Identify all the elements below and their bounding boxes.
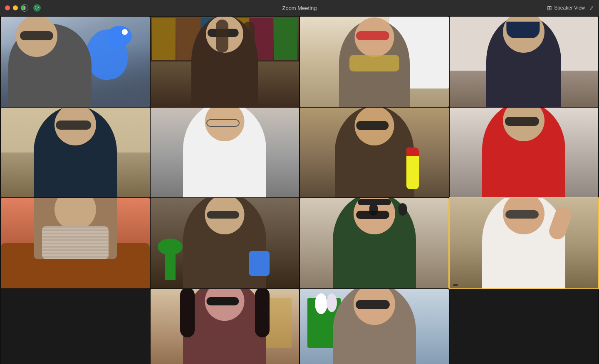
participant-video-8 xyxy=(450,108,599,198)
video-row-1 xyxy=(1,17,598,107)
participant-video-5 xyxy=(1,108,150,198)
minimize-button[interactable] xyxy=(13,5,18,10)
video-row-4 xyxy=(1,289,598,364)
video-row-2 xyxy=(1,108,598,198)
window-title: Zoom Meeting xyxy=(282,5,317,11)
video-row-3 xyxy=(1,198,598,288)
title-bar: ℹ 🛡 Zoom Meeting ⊞ Speaker View ⤢ xyxy=(0,0,599,16)
participant-video-7 xyxy=(300,108,449,198)
speaker-view-icon: ⊞ xyxy=(547,5,552,11)
participant-video-10 xyxy=(151,198,300,288)
participant-video-11 xyxy=(300,198,449,288)
participant-name-12 xyxy=(453,284,458,286)
video-grid xyxy=(0,16,599,364)
participant-video-empty-2 xyxy=(450,289,599,364)
participant-video-4 xyxy=(450,17,599,107)
speaker-view-label: Speaker View xyxy=(554,5,585,11)
speaker-view-button[interactable]: ⊞ Speaker View xyxy=(547,5,585,11)
participant-video-3 xyxy=(300,17,449,107)
participant-video-empty-1 xyxy=(1,289,150,364)
close-button[interactable] xyxy=(5,5,10,10)
participant-video-6 xyxy=(151,108,300,198)
participant-video-12 xyxy=(450,198,599,288)
fullscreen-icon[interactable]: ⤢ xyxy=(589,5,594,11)
participant-video-13 xyxy=(151,289,300,364)
info-icon[interactable]: ℹ xyxy=(21,4,28,12)
participant-video-1 xyxy=(1,17,150,107)
participant-video-2 xyxy=(151,17,300,107)
participant-video-9 xyxy=(1,198,150,288)
participant-video-14 xyxy=(300,289,449,364)
shield-icon: 🛡 xyxy=(33,4,41,12)
